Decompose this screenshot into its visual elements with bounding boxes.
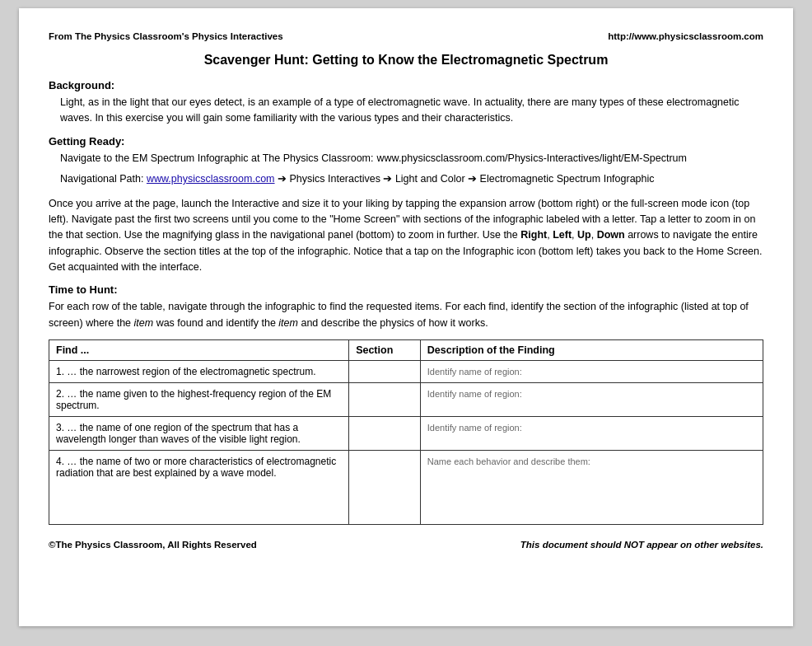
find-text-2: … the name given to the highest-frequenc… <box>56 388 331 411</box>
background-heading: Background: <box>49 79 763 91</box>
desc-hint-2: Identify name of region: <box>427 389 522 399</box>
getting-ready-instructions: Once you arrive at the page, launch the … <box>49 196 763 276</box>
hunt-table: Find ... Section Description of the Find… <box>49 339 763 525</box>
table-row: 1. … the narrowest region of the electro… <box>49 361 763 383</box>
col-header-desc: Description of the Finding <box>420 340 763 361</box>
find-cell-2: 2. … the name given to the highest-frequ… <box>49 383 349 417</box>
getting-ready-section: Getting Ready: Navigate to the EM Spectr… <box>49 135 763 276</box>
desc-hint-1: Identify name of region: <box>427 367 522 377</box>
header-left: From The Physics Classroom's Physics Int… <box>49 31 283 41</box>
time-to-hunt-section: Time to Hunt: For each row of the table,… <box>49 283 763 331</box>
arrow1: ➔ Physics Interactives ➔ Light and Color… <box>275 173 655 185</box>
desc-hint-3: Identify name of region: <box>427 423 522 433</box>
background-section: Background: Light, as in the light that … <box>49 79 763 127</box>
table-row: 3. … the name of one region of the spect… <box>49 417 763 451</box>
find-cell-4: 4. … the name of two or more characteris… <box>49 451 349 525</box>
find-text-4: … the name of two or more characteristic… <box>56 456 336 479</box>
row-number-1: 1. <box>56 366 64 377</box>
col-header-section: Section <box>349 340 421 361</box>
getting-ready-line1: Navigate to the EM Spectrum Infographic … <box>60 151 763 166</box>
row-number-2: 2. <box>56 388 64 400</box>
desc-cell-1[interactable]: Identify name of region: <box>420 361 763 383</box>
find-text-1: … the narrowest region of the electromag… <box>67 366 315 377</box>
getting-ready-heading: Getting Ready: <box>49 135 763 147</box>
nav-path-line: Navigational Path: www.physicsclassroom.… <box>60 171 763 187</box>
section-cell-4[interactable] <box>349 451 421 525</box>
footer-right: This document should NOT appear on other… <box>520 540 763 550</box>
table-row: 4. … the name of two or more characteris… <box>49 451 763 525</box>
line1-url: www.physicsclassroom.com/Physics-Interac… <box>377 151 688 166</box>
find-text-3: … the name of one region of the spectrum… <box>56 422 301 445</box>
line1-prefix: Navigate to the EM Spectrum Infographic … <box>60 151 374 166</box>
desc-cell-3[interactable]: Identify name of region: <box>420 417 763 451</box>
col-header-find: Find ... <box>49 340 349 361</box>
time-to-hunt-heading: Time to Hunt: <box>49 283 763 296</box>
desc-cell-2[interactable]: Identify name of region: <box>420 383 763 417</box>
nav-path-url[interactable]: www.physicsclassroom.com <box>147 173 275 185</box>
page-title: Scavenger Hunt: Getting to Know the Elec… <box>49 53 763 68</box>
section-cell-2[interactable] <box>349 383 421 417</box>
footer-left: ©The Physics Classroom, All Rights Reser… <box>49 540 257 550</box>
table-row: 2. … the name given to the highest-frequ… <box>49 383 763 417</box>
nav-path-label: Navigational Path: <box>60 173 147 185</box>
table-header-row: Find ... Section Description of the Find… <box>49 340 763 361</box>
document-page: From The Physics Classroom's Physics Int… <box>19 8 793 626</box>
page-header: From The Physics Classroom's Physics Int… <box>49 31 763 41</box>
row-number-4: 4. <box>56 456 64 467</box>
background-text: Light, as in the light that our eyes det… <box>60 95 763 127</box>
row-number-3: 3. <box>56 422 64 433</box>
find-cell-1: 1. … the narrowest region of the electro… <box>49 361 349 383</box>
section-cell-1[interactable] <box>349 361 421 383</box>
find-cell-3: 3. … the name of one region of the spect… <box>49 417 349 451</box>
time-to-hunt-intro: For each row of the table, navigate thro… <box>49 299 763 331</box>
desc-cell-4[interactable]: Name each behavior and describe them: <box>420 451 763 525</box>
page-footer: ©The Physics Classroom, All Rights Reser… <box>49 540 763 550</box>
desc-hint-4: Name each behavior and describe them: <box>427 456 590 466</box>
section-cell-3[interactable] <box>349 417 421 451</box>
header-right: http://www.physicsclassroom.com <box>608 31 763 41</box>
